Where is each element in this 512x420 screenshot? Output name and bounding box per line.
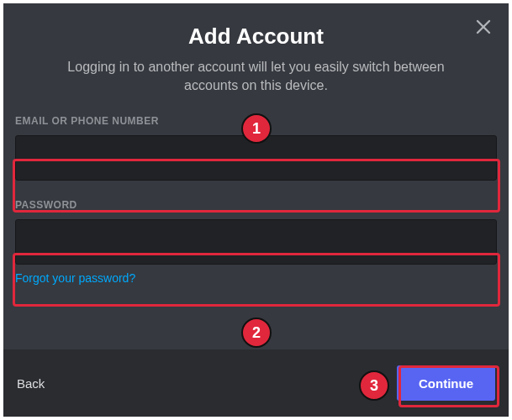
password-field-group: PASSWORD Forgot your password? [15, 199, 497, 286]
modal-header: Add Account Logging in to another accoun… [3, 3, 509, 95]
annotation-badge-2: 2 [241, 318, 272, 348]
login-form: EMAIL OR PHONE NUMBER PASSWORD Forgot yo… [3, 95, 509, 286]
add-account-modal: Add Account Logging in to another accoun… [3, 3, 509, 417]
continue-button[interactable]: Continue [397, 365, 495, 401]
email-label: EMAIL OR PHONE NUMBER [15, 115, 497, 127]
password-input[interactable] [15, 219, 497, 265]
email-field-group: EMAIL OR PHONE NUMBER [15, 115, 497, 181]
email-input[interactable] [15, 135, 497, 181]
modal-subtitle: Logging in to another account will let y… [46, 58, 467, 95]
modal-footer: Back Continue [3, 349, 509, 417]
modal-title: Add Account [3, 24, 509, 50]
close-button[interactable] [473, 17, 494, 37]
password-label: PASSWORD [15, 199, 497, 211]
back-button[interactable]: Back [17, 376, 45, 391]
close-icon [473, 17, 494, 37]
screenshot-frame: Add Account Logging in to another accoun… [0, 0, 512, 420]
forgot-password-link[interactable]: Forgot your password? [15, 271, 135, 285]
